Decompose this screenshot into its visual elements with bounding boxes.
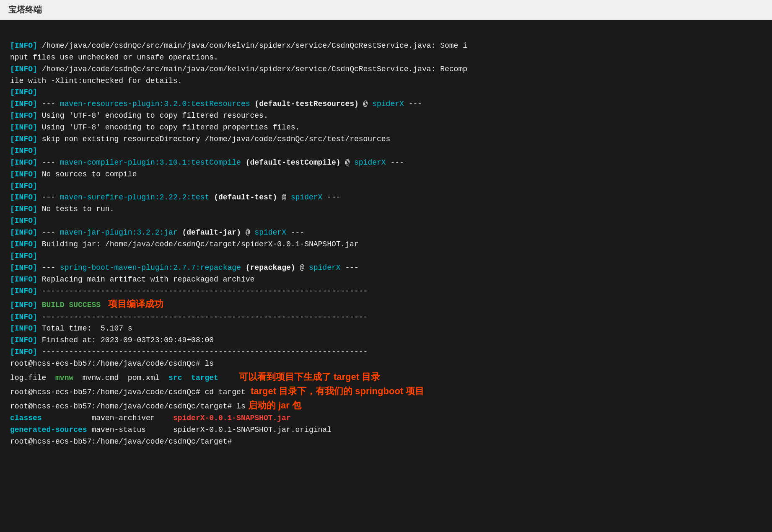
terminal-line: [INFO] xyxy=(10,215,762,227)
terminal-line: [INFO] --- maven-compiler-plugin:3.10.1:… xyxy=(10,157,762,169)
terminal-line: [INFO] Using 'UTF-8' encoding to copy fi… xyxy=(10,110,762,122)
terminal-line: generated-sources maven-status spiderX-0… xyxy=(10,424,762,436)
terminal-line: [INFO] ---------------------------------… xyxy=(10,346,762,358)
terminal-line: [INFO] --- maven-surefire-plugin:2.22.2:… xyxy=(10,192,762,204)
terminal-line: nput files use unchecked or unsafe opera… xyxy=(10,52,762,64)
terminal-line: [INFO] /home/java/code/csdnQc/src/main/j… xyxy=(10,64,762,75)
terminal-line: [INFO] Using 'UTF-8' encoding to copy fi… xyxy=(10,122,762,134)
terminal-line: root@hcss-ecs-bb57:/home/java/code/csdnQ… xyxy=(10,358,762,370)
terminal-line: log.file mvnw mvnw.cmd pom.xml src targe… xyxy=(10,370,762,384)
terminal-line: [INFO] --- maven-jar-plugin:3.2.2:jar (d… xyxy=(10,227,762,239)
terminal-line: [INFO] No tests to run. xyxy=(10,204,762,215)
terminal-line: [INFO] /home/java/code/csdnQc/src/main/j… xyxy=(10,40,762,52)
terminal-line: root@hcss-ecs-bb57:/home/java/code/csdnQ… xyxy=(10,384,762,398)
terminal-line: root@hcss-ecs-bb57:/home/java/code/csdnQ… xyxy=(10,436,762,448)
terminal-line: root@hcss-ecs-bb57:/home/java/code/csdnQ… xyxy=(10,398,762,413)
terminal-line: [INFO] BUILD SUCCESS 项目编译成功 xyxy=(10,297,762,311)
terminal-output: [INFO] /home/java/code/csdnQc/src/main/j… xyxy=(0,20,772,456)
terminal-line: [INFO] Finished at: 2023-09-03T23:09:49+… xyxy=(10,335,762,346)
terminal-line: [INFO] Building jar: /home/java/code/csd… xyxy=(10,239,762,251)
terminal-line: [INFO] ---------------------------------… xyxy=(10,286,762,297)
terminal-line: [INFO] xyxy=(10,87,762,98)
terminal-line: [INFO] Replacing main artifact with repa… xyxy=(10,274,762,286)
terminal-line: [INFO] xyxy=(10,251,762,262)
title-text: 宝塔终端 xyxy=(8,5,42,14)
terminal-line: [INFO] xyxy=(10,145,762,157)
terminal-line: [INFO] --- maven-resources-plugin:3.2.0:… xyxy=(10,98,762,110)
terminal-line: [INFO] ---------------------------------… xyxy=(10,312,762,323)
terminal-line: [INFO] xyxy=(10,181,762,192)
terminal-line: [INFO] skip non existing resourceDirecto… xyxy=(10,134,762,145)
terminal-line: [INFO] Total time: 5.107 s xyxy=(10,323,762,335)
terminal-line: ile with -Xlint:unchecked for details. xyxy=(10,75,762,87)
title-bar: 宝塔终端 xyxy=(0,0,772,20)
terminal-line: [INFO] --- spring-boot-maven-plugin:2.7.… xyxy=(10,262,762,274)
terminal-line: [INFO] No sources to compile xyxy=(10,169,762,181)
terminal-line: classes maven-archiver spiderX-0.0.1-SNA… xyxy=(10,413,762,424)
